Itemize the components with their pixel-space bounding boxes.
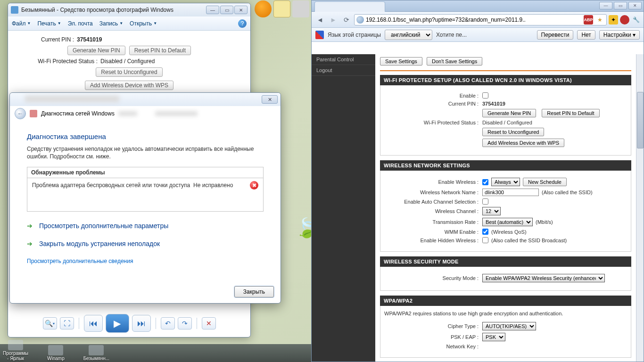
hidden-label: Enable Hidden Wireless :	[384, 238, 479, 243]
maximize-button[interactable]: ▭	[220, 6, 233, 14]
globe-icon	[356, 16, 364, 24]
menu-burn[interactable]: Запись▼	[99, 20, 123, 27]
translate-prompt: Хотите пе...	[436, 32, 467, 38]
browser-tab[interactable]	[314, 1, 385, 12]
translate-icon	[315, 31, 324, 39]
generate-pin-button[interactable]: Generate New PIN	[67, 46, 125, 55]
app-icon[interactable]	[292, 0, 309, 17]
sidebar-item-parental[interactable]: Parental Control	[312, 54, 375, 65]
fit-button[interactable]: ⛶	[60, 317, 74, 329]
security-section-header: WIRELESS SECURITY MODE	[380, 256, 631, 267]
rotate-ccw-button[interactable]: ↶	[161, 317, 175, 329]
no-button[interactable]: Нет	[577, 30, 595, 40]
abp-icon[interactable]: ABP	[584, 15, 593, 25]
heading: Диагностика завершена	[27, 132, 264, 140]
dont-save-button[interactable]: Don't Save Settings	[427, 57, 482, 66]
auto-channel-label: Enable Auto Channel Selection :	[384, 199, 479, 205]
wps-status-label: Wi-Fi Protected Status :	[384, 120, 479, 125]
delete-button[interactable]: ✕	[202, 317, 216, 329]
reload-button[interactable]: ⟳	[341, 14, 352, 25]
titlebar[interactable]: ✕	[10, 93, 281, 106]
wrench-icon[interactable]: 🔧	[631, 15, 641, 25]
desktop-icon-untitled[interactable]: Безымянн...	[83, 345, 109, 361]
aimp-icon[interactable]	[255, 0, 272, 17]
pin-label: Current PIN :	[17, 36, 74, 43]
chrome-window: — ▭ ✕ ◄ ► ⟳ 192.168.0.1/bsc_wlan.php?upt…	[311, 0, 644, 362]
tx-rate-label: Transmission Rate :	[384, 219, 479, 225]
menu-open[interactable]: Открыть▼	[130, 20, 157, 27]
maximize-button[interactable]: ▭	[614, 2, 627, 9]
browser-toolbar: ◄ ► ⟳ 192.168.0.1/bsc_wlan.php?uptime=73…	[312, 12, 644, 28]
close-dialog-button[interactable]: Закрыть	[234, 286, 274, 297]
save-settings-button[interactable]: Save Settings	[380, 57, 422, 66]
wireless-section-header: WIRELESS NETWORK SETTINGS	[380, 160, 631, 171]
security-mode-label: Security Mode :	[384, 275, 479, 281]
details-link[interactable]: Просмотреть дополнительные сведения	[27, 258, 264, 264]
tx-note: (Mbit/s)	[536, 219, 553, 225]
back-button[interactable]: ◄	[314, 14, 326, 25]
close-button[interactable]: ✕	[234, 6, 248, 14]
zoom-button[interactable]: 🔍▾	[43, 317, 57, 329]
security-mode-select[interactable]: Enable WPA/WPA2 Wireless Security (enhan…	[482, 274, 605, 282]
notes-icon[interactable]	[273, 0, 290, 17]
generate-pin-button[interactable]: Generate New PIN	[482, 109, 536, 117]
reset-pin-button[interactable]: Reset PIN to Default	[129, 46, 191, 55]
hidden-checkbox[interactable]	[482, 237, 488, 243]
scrollbar[interactable]	[636, 54, 644, 362]
network-diagnostics-dialog: ✕ ← Диагностика сетей Windows Диагностик…	[9, 92, 281, 304]
tab-strip: — ▭ ✕	[312, 0, 644, 12]
wmm-checkbox[interactable]	[482, 229, 488, 235]
enable-wireless-checkbox[interactable]	[482, 179, 488, 185]
router-admin-page: Parental Control Logout Save Settings Do…	[312, 54, 636, 362]
close-button[interactable]: ✕	[262, 95, 278, 104]
diagnostics-icon	[30, 110, 37, 117]
psk-eap-label: PSK / EAP :	[384, 334, 479, 340]
wpa-description: WPA/WPA2 requires stations to use high g…	[384, 311, 627, 316]
bookmark-icon[interactable]: ★	[595, 15, 604, 25]
cipher-select[interactable]: AUTO(TKIP/AES)	[482, 322, 536, 330]
desktop-icon-winamp[interactable]: Winamp	[47, 345, 65, 361]
add-wps-device-button[interactable]: Add Wireless Device with WPS	[85, 81, 173, 90]
add-wps-device-button[interactable]: Add Wireless Device with WPS	[482, 139, 564, 147]
reset-pin-button[interactable]: Reset PIN to Default	[542, 109, 599, 117]
close-troubleshooter-link[interactable]: ➔ Закрыть модуль устранения неполадок	[27, 240, 264, 247]
psk-eap-select[interactable]: PSK	[482, 333, 505, 341]
forward-button[interactable]: ►	[328, 14, 339, 25]
ssid-input[interactable]	[482, 189, 539, 196]
back-button[interactable]: ←	[15, 108, 26, 119]
scrollbar-thumb[interactable]	[637, 92, 644, 148]
settings-button[interactable]: Настройки ▾	[599, 30, 640, 40]
prev-button[interactable]: ⏮	[84, 315, 103, 332]
extension-icon[interactable]: ✦	[609, 15, 618, 25]
enable-checkbox[interactable]	[482, 92, 488, 99]
schedule-select[interactable]: Always	[491, 178, 520, 186]
translate-button[interactable]: Перевести	[537, 30, 574, 40]
breadcrumb: Диагностика сетей Windows	[41, 110, 115, 117]
new-schedule-button[interactable]: New Schedule	[523, 178, 567, 186]
channel-select[interactable]: 12	[482, 207, 501, 215]
wps-status-value: Disabled / Configured	[100, 58, 155, 65]
help-icon[interactable]: ?	[238, 19, 247, 28]
minimize-button[interactable]: —	[206, 6, 219, 14]
blurred-title	[25, 96, 119, 102]
sidebar-item-logout[interactable]: Logout	[312, 65, 375, 76]
enable-label: Enable :	[384, 93, 479, 99]
tx-rate-select[interactable]: Best (automatic)	[482, 218, 533, 226]
menu-email[interactable]: Эл. почта	[68, 20, 93, 27]
address-bar[interactable]: 192.168.0.1/bsc_wlan.php?uptime=732&rand…	[354, 14, 607, 25]
slideshow-button[interactable]: ▶	[106, 314, 129, 333]
next-button[interactable]: ⏭	[132, 315, 151, 332]
auto-channel-checkbox[interactable]	[482, 198, 488, 205]
extension-icon[interactable]	[620, 15, 629, 25]
menu-print[interactable]: Печать▼	[37, 20, 61, 27]
rotate-cw-button[interactable]: ↷	[178, 317, 192, 329]
reset-unconfigured-button[interactable]: Reset to Unconfigured	[482, 128, 544, 136]
explore-options-link[interactable]: ➔ Просмотреть дополнительные параметры	[27, 222, 264, 230]
close-button[interactable]: ✕	[628, 2, 642, 9]
language-select[interactable]: английский	[385, 30, 432, 40]
desktop-icon-programs[interactable]: Программы - Ярлык	[3, 340, 28, 361]
menu-file[interactable]: Файл▼	[12, 20, 31, 27]
titlebar[interactable]: Безымянный - Средство просмотра фотограф…	[8, 3, 250, 16]
reset-unconfigured-button[interactable]: Reset to Unconfigured	[96, 67, 162, 77]
minimize-button[interactable]: —	[599, 2, 612, 9]
